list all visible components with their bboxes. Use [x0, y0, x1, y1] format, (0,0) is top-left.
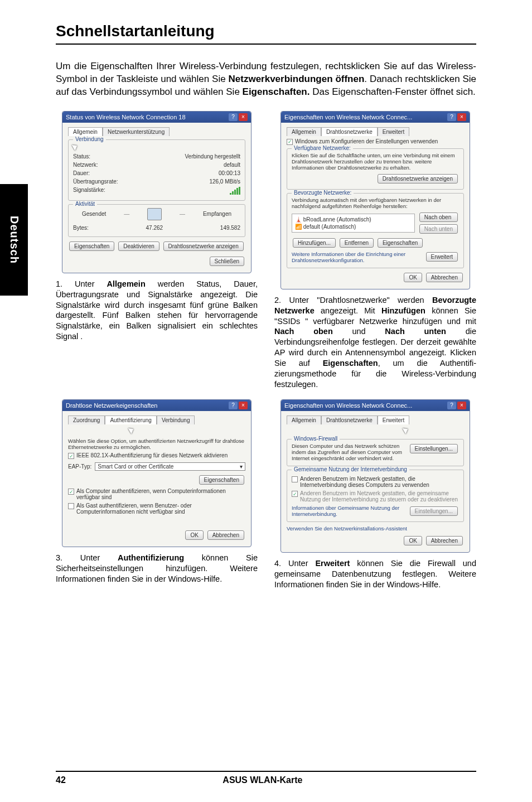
dialog2-titlebar: Eigenschaften von Wireless Network Conne… — [281, 112, 470, 123]
cap3-b: Authentifizierung — [118, 553, 184, 562]
tab-drahtlosnetzwerke[interactable]: Drahtlosnetzwerke — [321, 127, 378, 136]
view-networks-button[interactable]: Drahtlosnetzwerke anzeigen — [163, 241, 244, 251]
cancel-button[interactable]: Abbrechen — [426, 536, 463, 545]
network-wizard-link[interactable]: Verwenden Sie den Netzwerkinstallations-… — [287, 525, 464, 532]
tab-zuordnung[interactable]: Zuordnung — [68, 416, 105, 424]
tab-erweitert[interactable]: Erweitert — [378, 127, 409, 136]
signal-label: Signalstärke: — [73, 187, 105, 195]
tab-netzwerkunterstuetzung[interactable]: Netzwerkunterstützung — [103, 127, 170, 136]
bytes-sent: 47.262 — [89, 225, 220, 231]
checkbox-icon: ✓ — [68, 489, 74, 495]
group-available: Verfügbare Netzwerke: Klicken Sie auf di… — [287, 148, 464, 190]
ok-button[interactable]: OK — [404, 273, 422, 282]
checkbox-windows-config-label: Windows zum Konfigurieren der Einstellun… — [295, 138, 438, 144]
eap-props-button[interactable]: Eigenschaften — [199, 475, 244, 485]
checkbox-as-computer[interactable]: ✓ Als Computer authentifizieren, wenn Co… — [68, 488, 245, 500]
network-label: Netzwerk: — [73, 162, 98, 168]
eap-type-value: Smart Card or other Certificate — [98, 463, 173, 470]
close-icon[interactable]: × — [239, 113, 248, 121]
signal-bars-icon — [230, 187, 240, 195]
close-icon[interactable]: × — [457, 113, 466, 121]
dialog-auth: Drahtlose Netzwerkeigenschaften ? × Zuor… — [62, 399, 252, 547]
sharing-settings-button: Einstellungen... — [410, 506, 458, 516]
cap2-b3: Nach oben — [274, 327, 333, 336]
dialog4-title: Eigenschaften von Wireless Network Conne… — [284, 402, 412, 409]
group-preferred-title: Bevorzugte Netzwerke: — [292, 190, 354, 196]
sent-label: Gesendet — [82, 211, 106, 217]
caption1-c: werden Status, Dauer, Übertragungsrate u… — [56, 279, 258, 341]
checkbox-as-computer-label: Als Computer authentifizieren, wenn Comp… — [76, 488, 245, 500]
list-item: default (Automatisch) — [303, 224, 356, 230]
side-language-tab: Deutsch — [0, 184, 28, 296]
close-button[interactable]: Schließen — [210, 257, 244, 266]
close-icon[interactable]: × — [239, 402, 248, 409]
dialog3-tabs: Zuordnung Authentifizierung Verbindung — [68, 416, 245, 424]
footer-product: ASUS WLAN-Karte — [223, 775, 302, 785]
cancel-button[interactable]: Abbrechen — [426, 273, 463, 282]
dialog1-tabs: Allgemein Netzwerkunterstützung — [68, 127, 245, 136]
caption-2: 2. Unter "Drahtlosnetzwerke" werden Bevo… — [274, 295, 476, 390]
remove-button[interactable]: Entfernen — [340, 238, 374, 248]
intro-paragraph: Um die Eigenschalften Ihrer Wireless-Ver… — [56, 60, 476, 99]
close-icon[interactable]: × — [457, 402, 466, 409]
sharing-info-link[interactable]: Informationen über Gemeinsame Nutzung de… — [292, 505, 409, 517]
help-icon[interactable]: ? — [229, 402, 238, 409]
disable-button[interactable]: Deaktivieren — [118, 241, 159, 251]
checkbox-share1-label: Anderen Benutzern im Netzwerk gestatten,… — [300, 476, 459, 488]
bytes-recv: 149.582 — [220, 225, 240, 231]
tab-authentifizierung[interactable]: Authentifizierung — [105, 416, 157, 424]
dialog3-titlebar: Drahtlose Netzwerkeigenschaften ? × — [62, 400, 251, 411]
help-icon[interactable]: ? — [447, 113, 456, 121]
checkbox-ieee8021x[interactable]: ✓ IEEE 802.1X-Authentifizierung für dies… — [68, 452, 245, 459]
cancel-button[interactable]: Abbrechen — [207, 530, 244, 540]
move-down-button[interactable]: Nach unten — [419, 224, 458, 234]
tab-drahtlosnetzwerke[interactable]: Drahtlosnetzwerke — [321, 416, 378, 424]
view-wireless-button[interactable]: Drahtlosnetzwerke anzeigen — [378, 174, 458, 183]
tab-erweitert[interactable]: Erweitert — [378, 416, 409, 424]
tab-verbindung[interactable]: Verbindung — [157, 416, 195, 424]
checkbox-icon: ✓ — [287, 139, 293, 145]
group-available-title: Verfügbare Netzwerke: — [292, 145, 353, 151]
ok-button[interactable]: OK — [404, 536, 422, 545]
page-title: Schnellstartanleitung — [56, 22, 476, 40]
side-language-label: Deutsch — [8, 216, 21, 264]
status-value: Verbindung hergestellt — [185, 153, 240, 160]
props-button[interactable]: Eigenschaften — [378, 238, 423, 248]
move-up-button[interactable]: Nach oben — [419, 212, 458, 222]
dialog4-titlebar: Eigenschaften von Wireless Network Conne… — [281, 400, 470, 411]
checkbox-as-guest[interactable]: Als Gast authentifizieren, wenn Benutzer… — [68, 503, 245, 515]
checkbox-share1[interactable]: Anderen Benutzern im Netzwerk gestatten,… — [292, 476, 459, 488]
eap-type-select[interactable]: Smart Card or other Certificate ▾ — [95, 462, 245, 471]
tab-allgemein[interactable]: Allgemein — [68, 127, 103, 136]
cap2-t4: und — [333, 327, 385, 336]
checkbox-windows-config[interactable]: ✓ Windows zum Konfigurieren der Einstell… — [287, 138, 464, 145]
group-firewall: Windows-Firewall Diesen Computer und das… — [287, 439, 464, 466]
recv-label: Empfangen — [203, 211, 231, 217]
available-text: Klicken Sie auf die Schaltfläche unten, … — [292, 152, 459, 171]
firewall-settings-button[interactable]: Einstellungen... — [410, 444, 458, 453]
intro-bold-1: Netzwerk­verbindungen öffnen — [229, 74, 365, 84]
more-info-link[interactable]: Weitere Informationen über die Einrichtu… — [292, 251, 425, 263]
tab-allgemein[interactable]: Allgemein — [287, 416, 321, 424]
group-sharing: Gemeinsame Nutzung der Internetverbindun… — [287, 470, 464, 522]
group-aktivitaet: Aktivität Gesendet — — Empfangen Bytes: … — [68, 204, 245, 237]
cap4-a: Unter — [288, 559, 315, 568]
properties-button[interactable]: Eigenschaften — [69, 241, 114, 251]
ok-button[interactable]: OK — [185, 530, 203, 540]
checkbox-share2-label: Anderen Benutzern im Netzwerk gestatten,… — [300, 490, 459, 503]
tab-allgemein[interactable]: Allgemein — [287, 127, 321, 136]
dialog-status: Status von Wireless Network Connection 1… — [62, 111, 252, 273]
preferred-list[interactable]: 🗼 bRoadLanne (Automatisch) 📶 default (Au… — [292, 214, 415, 233]
group-verbindung-title: Verbindung — [73, 136, 106, 142]
cap2-b5: Eigenschaften — [323, 359, 378, 368]
advanced-button[interactable]: Erweitert — [426, 252, 458, 262]
help-icon[interactable]: ? — [229, 113, 238, 121]
firewall-text: Diesen Computer und das Netzwerk schütze… — [292, 443, 405, 461]
help-icon[interactable]: ? — [447, 402, 456, 409]
duration-label: Dauer: — [73, 170, 90, 176]
cursor-icon — [129, 427, 135, 434]
intro-bold-2: Eigenschaften. — [243, 86, 310, 97]
cap2-t2: angezeigt. Mit — [315, 306, 381, 315]
network-value: default — [224, 162, 240, 168]
add-button[interactable]: Hinzufügen... — [293, 238, 336, 248]
